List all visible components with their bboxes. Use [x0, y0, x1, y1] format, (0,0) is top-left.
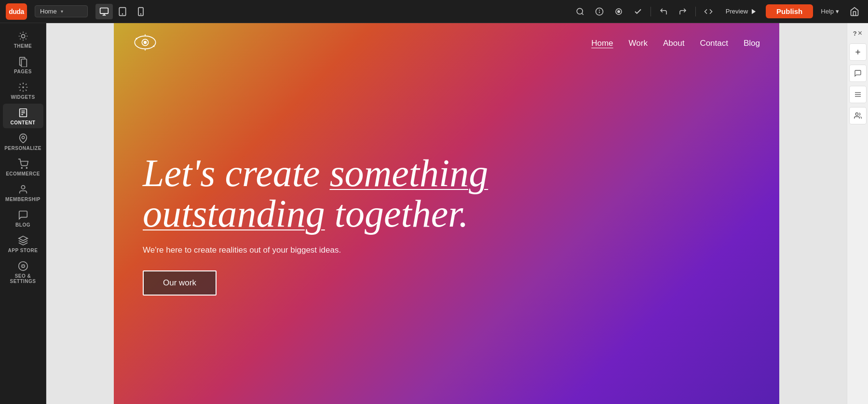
logo[interactable]: duda — [6, 3, 27, 20]
logo-text: duda — [9, 8, 24, 15]
svg-point-25 — [26, 167, 27, 168]
svg-point-24 — [21, 167, 22, 168]
ecommerce-icon — [18, 159, 28, 169]
nav-contact[interactable]: Contact — [700, 39, 728, 48]
right-panel-add-button[interactable] — [849, 43, 867, 61]
brand-logo-icon — [133, 33, 157, 52]
page-selector[interactable]: Home ▾ — [35, 5, 88, 17]
right-panel-settings-button[interactable] — [849, 86, 867, 103]
canvas-page: Home Work About Contact Blog Let's creat… — [114, 23, 779, 404]
content-icon — [18, 108, 28, 118]
sidebar-content-label: CONTENT — [11, 120, 36, 125]
hero-subtitle: We're here to create realities out of yo… — [143, 245, 519, 255]
check-button[interactable] — [629, 4, 647, 19]
hero-content: Let's create something outstanding toget… — [114, 64, 548, 404]
chevron-down-icon: ▾ — [61, 9, 63, 14]
right-panel-header: ? × — [852, 27, 863, 40]
toolbar-divider — [651, 7, 651, 16]
publish-button[interactable]: Publish — [766, 4, 813, 18]
site-logo — [133, 33, 157, 54]
sidebar-widgets-label: WIDGETS — [11, 94, 35, 100]
widgets-icon — [18, 82, 28, 93]
svg-line-8 — [582, 13, 583, 14]
sidebar-membership-label: MEMBERSHIP — [5, 197, 41, 202]
sidebar-item-theme[interactable]: THEME — [3, 27, 43, 52]
home-nav-button[interactable] — [847, 4, 862, 19]
sidebar-item-widgets[interactable]: WIDGETS — [3, 78, 43, 103]
nav-links: Home Work About Contact Blog — [591, 39, 760, 48]
search-button[interactable] — [571, 4, 589, 19]
right-panel-users-button[interactable] — [849, 107, 867, 124]
site-nav: Home Work About Contact Blog — [114, 23, 779, 64]
undo-button[interactable] — [655, 4, 672, 19]
sidebar-item-personalize[interactable]: PERSONALIZE — [3, 129, 43, 154]
sidebar-blog-label: BLOG — [15, 222, 30, 228]
svg-rect-0 — [100, 8, 108, 13]
hero-title-line1: Let's create something — [143, 152, 488, 194]
zoom-button[interactable] — [610, 4, 627, 19]
mobile-device-button[interactable] — [132, 4, 149, 19]
toolbar-icons — [571, 4, 717, 19]
page-selector-label: Home — [40, 8, 57, 15]
svg-point-23 — [22, 136, 25, 139]
sidebar-app-store-label: APP STORE — [8, 248, 38, 253]
svg-marker-14 — [752, 9, 756, 14]
sidebar-item-pages[interactable]: PAGES — [3, 53, 43, 77]
preview-button[interactable]: Preview — [721, 6, 762, 17]
sidebar-item-app-store[interactable]: APP STORE — [3, 231, 43, 256]
help-label: Help — [821, 8, 834, 15]
desktop-device-button[interactable] — [95, 4, 113, 19]
toolbar-divider-2 — [695, 7, 696, 16]
hero-section: Home Work About Contact Blog Let's creat… — [114, 23, 779, 404]
sidebar-theme-label: THEME — [14, 43, 32, 49]
nav-home[interactable]: Home — [591, 39, 613, 48]
tablet-device-button[interactable] — [114, 4, 131, 19]
redo-button[interactable] — [674, 4, 692, 19]
seo-icon — [18, 261, 28, 271]
users-icon — [854, 112, 862, 120]
cta-button[interactable]: Our work — [143, 270, 217, 296]
right-panel: ? × — [847, 23, 868, 404]
canvas-area: Home Work About Contact Blog Let's creat… — [46, 23, 847, 404]
settings-icon — [854, 91, 862, 98]
preview-label: Preview — [726, 8, 748, 15]
hero-title-together: together. — [325, 192, 469, 235]
nav-work[interactable]: Work — [629, 39, 648, 48]
svg-point-7 — [577, 8, 583, 14]
right-panel-chat-button[interactable] — [849, 65, 867, 82]
svg-rect-17 — [21, 59, 27, 67]
nav-blog[interactable]: Blog — [744, 39, 760, 48]
nav-about[interactable]: About — [663, 39, 684, 48]
hero-title-outstanding: outstanding — [143, 192, 325, 235]
sidebar-item-membership[interactable]: MEMBERSHIP — [3, 180, 43, 205]
hero-title-something: something — [329, 152, 488, 194]
info-button[interactable] — [591, 4, 608, 19]
svg-point-26 — [21, 186, 25, 189]
app-store-icon — [18, 235, 28, 246]
svg-point-40 — [855, 113, 858, 115]
svg-point-13 — [618, 10, 620, 13]
home-icon — [850, 7, 859, 16]
sidebar-pages-label: PAGES — [14, 69, 32, 74]
sidebar-ecommerce-label: ECOMMERCE — [6, 171, 40, 176]
help-chevron-icon: ▾ — [836, 8, 839, 15]
sidebar: THEME PAGES WIDGETS CONTENT PERSONALIZE … — [0, 23, 46, 404]
right-panel-question: ? — [853, 30, 857, 37]
svg-point-30 — [144, 41, 147, 44]
help-button[interactable]: Help ▾ — [817, 6, 843, 17]
chat-icon — [854, 69, 862, 77]
sidebar-item-ecommerce[interactable]: ECOMMERCE — [3, 155, 43, 179]
theme-icon — [18, 31, 28, 41]
code-button[interactable] — [700, 4, 717, 19]
device-switcher — [95, 4, 149, 19]
right-panel-close[interactable]: × — [858, 29, 862, 38]
sidebar-item-content[interactable]: CONTENT — [3, 104, 43, 128]
svg-point-18 — [23, 87, 24, 88]
sidebar-personalize-label: PERSONALIZE — [4, 146, 41, 151]
personalize-icon — [18, 133, 28, 144]
sidebar-item-seo[interactable]: SEO & SETTINGS — [3, 257, 43, 287]
sidebar-item-blog[interactable]: BLOG — [3, 206, 43, 230]
add-icon — [854, 48, 862, 56]
blog-icon — [18, 210, 28, 220]
svg-point-15 — [21, 34, 25, 38]
